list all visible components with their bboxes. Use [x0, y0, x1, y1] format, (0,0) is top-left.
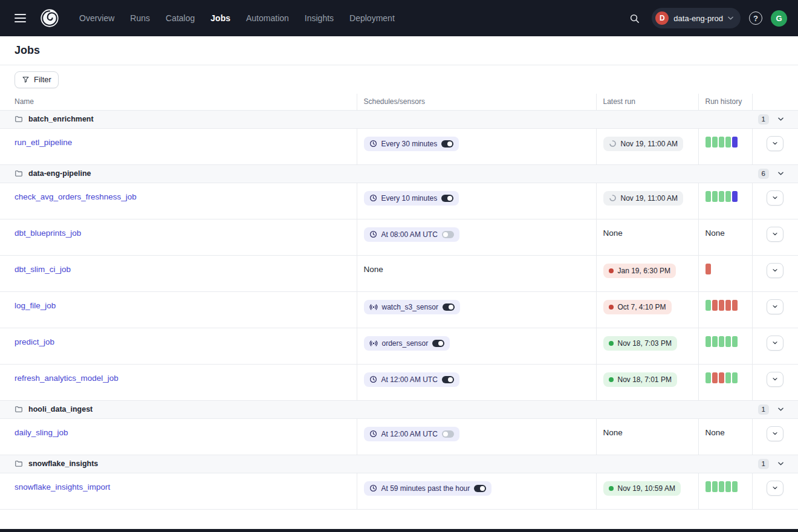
- expand-row-button[interactable]: [767, 336, 783, 351]
- job-row: snowflake_insights_importAt 59 minutes p…: [0, 473, 798, 509]
- run-history-bar[interactable]: [725, 336, 731, 347]
- run-history-bar[interactable]: [706, 372, 711, 383]
- schedule-toggle[interactable]: [441, 140, 453, 148]
- chevron-down-icon[interactable]: [778, 117, 783, 121]
- nav-item-automation[interactable]: Automation: [246, 13, 289, 23]
- run-history-bar[interactable]: [732, 137, 738, 148]
- run-history-bar[interactable]: [719, 336, 724, 347]
- run-history-bar[interactable]: [706, 191, 711, 202]
- job-name-link[interactable]: dbt_slim_ci_job: [15, 265, 71, 274]
- schedule-badge: Every 10 minutes: [364, 191, 459, 206]
- run-history-bar[interactable]: [732, 372, 738, 383]
- chevron-down-icon[interactable]: [778, 172, 783, 175]
- job-name-link[interactable]: predict_job: [15, 337, 54, 346]
- schedule-toggle[interactable]: [474, 485, 486, 492]
- deployment-switcher[interactable]: D data-eng-prod: [652, 8, 741, 28]
- dagster-logo[interactable]: [39, 8, 60, 28]
- job-row: refresh_analytics_model_jobAt 12:00 AM U…: [0, 364, 798, 400]
- job-name-link[interactable]: run_etl_pipeline: [15, 138, 72, 147]
- run-history-bar[interactable]: [706, 336, 711, 347]
- nav-item-deployment[interactable]: Deployment: [349, 13, 395, 23]
- job-name-link[interactable]: daily_sling_job: [15, 428, 68, 437]
- run-history-bar[interactable]: [732, 300, 738, 311]
- nav-item-insights[interactable]: Insights: [305, 13, 334, 23]
- run-history-bar[interactable]: [712, 336, 718, 347]
- run-history-bar[interactable]: [732, 336, 738, 347]
- run-history-bar[interactable]: [732, 191, 738, 202]
- schedule-toggle[interactable]: [442, 430, 454, 438]
- run-history-bar[interactable]: [725, 372, 731, 383]
- job-name-link[interactable]: refresh_analytics_model_job: [15, 374, 118, 383]
- schedule-toggle[interactable]: [441, 195, 453, 202]
- search-button[interactable]: [626, 10, 643, 27]
- latest-run-badge[interactable]: Nov 19, 10:59 AM: [603, 481, 681, 496]
- nav-item-runs[interactable]: Runs: [130, 13, 150, 23]
- expand-row-button[interactable]: [767, 481, 783, 496]
- run-history-bar[interactable]: [725, 137, 731, 148]
- filter-label: Filter: [34, 75, 51, 84]
- jobs-table-header: Name Schedules/sensors Latest run Run hi…: [0, 94, 798, 110]
- nav-item-catalog[interactable]: Catalog: [166, 13, 195, 23]
- latest-run-badge[interactable]: Nov 19, 11:00 AM: [603, 137, 684, 151]
- chevron-down-icon[interactable]: [778, 462, 783, 465]
- latest-run-none: None: [603, 428, 623, 437]
- run-history-bar[interactable]: [706, 300, 711, 311]
- group-count-badge: 1: [758, 404, 769, 415]
- run-history-bar[interactable]: [712, 137, 718, 148]
- schedule-label: At 08:00 AM UTC: [381, 230, 438, 239]
- run-history-bar[interactable]: [719, 481, 724, 492]
- run-history-bar[interactable]: [719, 191, 724, 202]
- run-history-bar[interactable]: [706, 264, 711, 274]
- help-button[interactable]: ?: [749, 11, 762, 25]
- sensor-icon: [369, 339, 378, 348]
- job-name-link[interactable]: snowflake_insights_import: [15, 482, 110, 491]
- main-nav: Overview Runs Catalog Jobs Automation In…: [79, 13, 395, 23]
- run-history-bar[interactable]: [719, 137, 724, 148]
- run-history-bar[interactable]: [732, 481, 738, 492]
- job-name-link[interactable]: log_file_job: [15, 301, 56, 310]
- hamburger-menu-button[interactable]: [11, 10, 30, 27]
- nav-item-overview[interactable]: Overview: [79, 13, 114, 23]
- expand-row-button[interactable]: [767, 227, 783, 242]
- run-history-bar[interactable]: [725, 191, 731, 202]
- schedule-toggle[interactable]: [443, 303, 455, 311]
- job-group-row[interactable]: hooli_data_ingest1: [0, 400, 798, 418]
- run-history-bar[interactable]: [712, 191, 718, 202]
- job-group-row[interactable]: data-eng-pipeline6: [0, 164, 798, 183]
- filter-button[interactable]: Filter: [15, 71, 59, 88]
- job-group-row[interactable]: snowflake_insights1: [0, 455, 798, 473]
- job-name-link[interactable]: dbt_blueprints_job: [15, 229, 81, 238]
- run-history-bar[interactable]: [725, 481, 731, 492]
- run-history-bar[interactable]: [706, 481, 711, 492]
- status-dot-icon: [609, 341, 614, 346]
- expand-row-button[interactable]: [767, 190, 783, 206]
- run-history-bar[interactable]: [712, 372, 718, 383]
- run-history-bar[interactable]: [725, 300, 731, 311]
- run-history-bar[interactable]: [719, 372, 724, 383]
- job-name-link[interactable]: check_avg_orders_freshness_job: [15, 192, 137, 201]
- latest-run-label: Nov 18, 7:03 PM: [618, 339, 672, 348]
- latest-run-badge[interactable]: Nov 18, 7:01 PM: [603, 372, 677, 387]
- schedule-toggle[interactable]: [432, 340, 444, 347]
- latest-run-badge[interactable]: Oct 7, 4:10 PM: [603, 300, 672, 314]
- expand-row-button[interactable]: [767, 263, 783, 278]
- expand-row-button[interactable]: [767, 426, 783, 441]
- nav-item-jobs[interactable]: Jobs: [210, 13, 230, 23]
- run-history-bar[interactable]: [712, 300, 718, 311]
- latest-run-badge[interactable]: Nov 18, 7:03 PM: [603, 336, 677, 351]
- latest-run-badge[interactable]: Nov 19, 11:00 AM: [603, 191, 684, 206]
- run-history-bar[interactable]: [712, 481, 718, 492]
- schedule-toggle[interactable]: [442, 376, 454, 383]
- expand-row-button[interactable]: [767, 372, 783, 387]
- folder-icon: [15, 459, 23, 468]
- user-avatar[interactable]: G: [771, 10, 787, 27]
- schedule-toggle[interactable]: [442, 231, 454, 238]
- latest-run-badge[interactable]: Jan 19, 6:30 PM: [603, 264, 676, 278]
- expand-row-button[interactable]: [767, 299, 783, 314]
- run-history-bar[interactable]: [719, 300, 724, 311]
- schedule-badge: At 08:00 AM UTC: [364, 227, 459, 242]
- job-group-row[interactable]: batch_enrichment1: [0, 110, 798, 128]
- expand-row-button[interactable]: [767, 136, 783, 151]
- chevron-down-icon[interactable]: [778, 407, 783, 411]
- run-history-bar[interactable]: [706, 137, 711, 148]
